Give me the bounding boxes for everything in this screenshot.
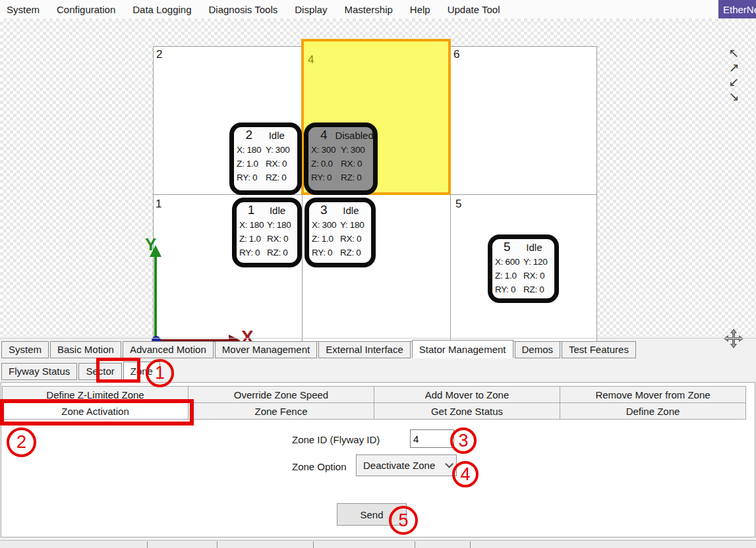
y-axis [154,256,157,340]
zone-id-label: Zone ID (Flyway ID) [292,434,380,445]
flyway-label-1: 1 [156,198,161,211]
status-strip-divider [313,541,314,548]
mover-status: Disabled [335,130,373,141]
tab-basic-motion[interactable]: Basic Motion [50,341,121,358]
get-zone-status-button[interactable]: Get Zone Status [374,402,560,420]
mover-status: Idle [518,242,550,253]
tab-mover-management[interactable]: Mover Management [215,341,317,358]
menu-diagnosis-tools[interactable]: Diagnosis Tools [209,4,278,15]
mover-coordinates: X: 300Y: 300 Z: 0.0RX: 0 RY: 0RZ: 0 [308,143,373,184]
mover-status: Idle [262,205,293,216]
mover-id: 5 [496,240,518,254]
flyway-label-5: 5 [455,198,461,211]
pan-move-icon[interactable] [723,328,744,349]
mover-id: 1 [241,203,262,217]
chevron-down-icon [445,460,453,468]
status-strip-divider [415,541,415,548]
menu-display[interactable]: Display [295,4,327,15]
menu-bar: System Configuration Data Logging Diagno… [0,0,756,18]
mover-coordinates: X: 180Y: 180 Z: 1.0RX: 0 RY: 0RZ: 0 [237,218,297,260]
stator-canvas[interactable]: 4 2 6 1 5 2 Idle X: 180Y: 300 Z: 1.0RX: … [0,18,756,336]
divider [0,338,756,339]
tab-sector[interactable]: Sector [78,363,121,380]
status-strip-divider [217,541,218,548]
status-strip-divider [147,541,148,548]
mover-2[interactable]: 2 Idle X: 180Y: 300 Z: 1.0RX: 0 RY: 0RZ:… [229,123,302,195]
zone-function-buttons: Define Z-Limited Zone Override Zone Spee… [2,386,745,419]
tab-external-interface[interactable]: External Interface [318,341,411,358]
override-zone-speed-button[interactable]: Override Zone Speed [188,386,374,403]
tab-zone[interactable]: Zone [123,362,160,380]
menu-mastership[interactable]: Mastership [344,4,392,15]
tab-demos[interactable]: Demos [515,341,561,358]
status-strip-divider [470,541,471,548]
flyway-label-2: 2 [156,48,162,61]
stator-sub-tab-strip: Flyway Status Sector Zone [1,361,160,380]
menu-system[interactable]: System [7,4,40,15]
define-z-limited-zone-button[interactable]: Define Z-Limited Zone [2,386,189,403]
tab-system[interactable]: System [1,341,49,358]
tab-flyway-status[interactable]: Flyway Status [1,363,77,380]
status-strip [0,540,756,548]
zone-option-select[interactable]: Deactivate Zone [356,454,457,476]
ethernet-status-badge: EtherNe [718,0,756,18]
mover-1[interactable]: 1 Idle X: 180Y: 180 Z: 1.0RX: 0 RY: 0RZ:… [232,198,302,267]
main-tab-strip: System Basic Motion Advanced Motion Move… [1,340,636,358]
mover-id: 3 [313,203,335,217]
zone-activation-button[interactable]: Zone Activation [2,402,189,420]
define-zone-button[interactable]: Define Zone [560,402,746,420]
add-mover-to-zone-button[interactable]: Add Mover to Zone [374,386,560,403]
send-button[interactable]: Send [337,503,407,526]
mover-coordinates: X: 180Y: 300 Z: 1.0RX: 0 RY: 0RZ: 0 [234,143,297,184]
menu-data-logging[interactable]: Data Logging [132,4,191,15]
mover-3[interactable]: 3 Idle X: 300Y: 180 Z: 1.0RX: 0 RY: 0RZ:… [305,198,376,267]
mover-coordinates: X: 300Y: 180 Z: 1.0RX: 0 RY: 0RZ: 0 [309,218,371,260]
remove-mover-from-zone-button[interactable]: Remove Mover from Zone [560,386,746,403]
menu-update-tool[interactable]: Update Tool [448,4,500,15]
mover-id: 4 [312,128,335,142]
flyway-label-6: 6 [453,48,459,61]
mover-status: Idle [335,205,367,216]
tab-test-features[interactable]: Test Features [562,341,636,358]
zone-option-label: Zone Option [292,461,347,472]
mover-4[interactable]: 4 Disabled X: 300Y: 300 Z: 0.0RX: 0 RY: … [304,123,378,195]
fullscreen-expand-icon[interactable]: ↖ ↗↙ ↘ [721,46,750,104]
zone-option-selected-value: Deactivate Zone [363,460,445,471]
tab-stator-management[interactable]: Stator Management [412,340,513,358]
mover-5[interactable]: 5 Idle X: 600Y: 120 Z: 1.0RX: 0 RY: 0RZ:… [488,234,559,303]
zone-id-input[interactable] [410,429,454,448]
menu-help[interactable]: Help [410,4,430,15]
y-axis-label: Y [145,234,156,255]
application-window: System Configuration Data Logging Diagno… [0,0,756,548]
mover-status: Idle [260,130,293,141]
tab-advanced-motion[interactable]: Advanced Motion [123,341,214,358]
mover-coordinates: X: 600Y: 120 Z: 1.0RX: 0 RY: 0RZ: 0 [492,255,554,296]
mover-id: 2 [238,128,260,142]
zone-4-label: 4 [308,53,314,67]
menu-configuration[interactable]: Configuration [57,4,115,15]
zone-fence-button[interactable]: Zone Fence [188,402,374,420]
